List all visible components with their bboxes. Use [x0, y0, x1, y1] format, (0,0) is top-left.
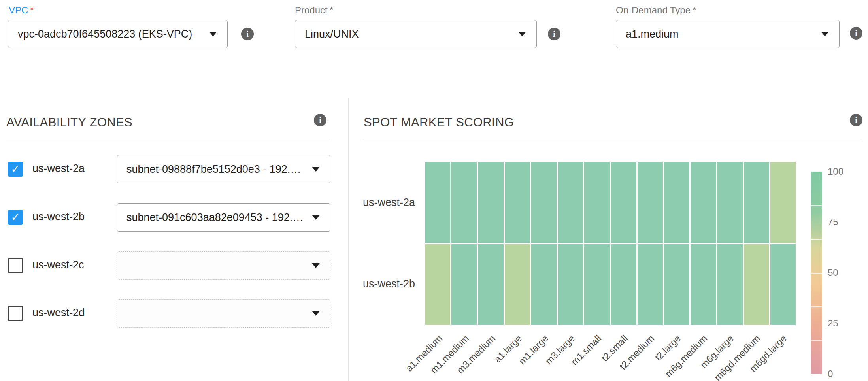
vpc-select-value: vpc-0adcb70f645508223 (EKS-VPC): [18, 28, 192, 40]
subnet-select-value: subnet-09888f7be5152d0e3 - 192.168…: [126, 163, 305, 175]
availability-zones-info-icon[interactable]: i: [314, 114, 326, 126]
heatmap-cell: [478, 244, 503, 325]
on-demand-type-label-text: On-Demand Type: [616, 5, 691, 15]
colorbar-tick-label: 0: [828, 368, 859, 379]
vertical-divider: [348, 98, 349, 381]
heatmap-cell: [770, 162, 796, 243]
chevron-down-icon: [312, 311, 320, 316]
on-demand-type-info-icon[interactable]: i: [850, 27, 862, 40]
heatmap-cell: [558, 244, 583, 325]
subnet-select-us-west-2d[interactable]: [117, 299, 330, 328]
heatmap-cell: [664, 244, 689, 325]
on-demand-type-field-label: On-Demand Type*: [616, 5, 696, 16]
colorbar-tick-label: 25: [828, 318, 859, 329]
spot-market-scoring-title: SPOT MARKET SCORING: [364, 115, 514, 130]
az-checkbox-us-west-2b[interactable]: ✓: [8, 210, 23, 225]
product-select-value: Linux/UNIX: [305, 28, 359, 40]
colorbar-tick-label: 100: [828, 166, 859, 177]
required-asterisk: *: [693, 5, 696, 15]
heatmap-cell: [770, 244, 796, 325]
az-checkbox-us-west-2d[interactable]: [8, 306, 23, 321]
availability-zones-title: AVAILABILITY ZONES: [6, 115, 132, 130]
chevron-down-icon: [821, 32, 829, 36]
product-info-icon[interactable]: i: [548, 28, 560, 40]
heatmap-cell: [691, 162, 716, 243]
az-row-us-west-2d: us-west-2d: [0, 299, 330, 328]
heatmap-cell: [584, 244, 609, 325]
heatmap-cell: [611, 244, 636, 325]
product-field-label: Product*: [295, 5, 333, 16]
vpc-info-icon[interactable]: i: [241, 28, 254, 40]
chevron-down-icon: [209, 32, 217, 36]
vpc-field-label: VPC*: [9, 5, 34, 16]
heatmap-cell: [744, 162, 769, 243]
on-demand-type-select-value: a1.medium: [626, 28, 679, 40]
vpc-select[interactable]: vpc-0adcb70f645508223 (EKS-VPC): [8, 20, 228, 48]
heatmap-cell: [531, 162, 557, 243]
az-zone-label: us-west-2a: [32, 162, 85, 175]
heatmap-cell: [717, 162, 742, 243]
heatmap-cell: [744, 244, 769, 325]
chevron-down-icon: [518, 32, 526, 36]
az-zone-label: us-west-2d: [32, 307, 85, 319]
heatmap-cell: [505, 162, 530, 243]
spot-market-scoring-info-icon[interactable]: i: [850, 114, 862, 126]
heatmap-cell: [478, 162, 503, 243]
chevron-down-icon: [312, 167, 320, 172]
required-asterisk: *: [30, 5, 34, 15]
heatmap-cell: [425, 162, 450, 243]
colorbar-tick-gap: [811, 273, 822, 274]
subnet-select-us-west-2b[interactable]: subnet-091c603aa82e09453 - 192.168…: [117, 203, 330, 232]
vpc-label-text: VPC: [9, 5, 28, 15]
heatmap-cell: [717, 244, 742, 325]
spot-market-scoring-divider: [363, 140, 862, 140]
required-asterisk: *: [330, 5, 333, 15]
heatmap-cell: [638, 244, 663, 325]
heatmap-cell: [505, 244, 530, 325]
subnet-select-value: subnet-091c603aa82e09453 - 192.168…: [126, 211, 305, 224]
heatmap-cell: [425, 244, 450, 325]
heatmap-cell: [638, 162, 663, 243]
colorbar-tick-gap: [811, 239, 822, 240]
colorbar-tick-label: 75: [828, 217, 859, 228]
product-label-text: Product: [295, 5, 328, 15]
heatmap-cell: [611, 162, 636, 243]
chevron-down-icon: [312, 215, 320, 220]
heatmap-cell: [664, 162, 689, 243]
az-row-us-west-2c: us-west-2c: [0, 251, 330, 280]
chevron-down-icon: [312, 263, 320, 268]
product-select[interactable]: Linux/UNIX: [295, 20, 537, 48]
az-row-us-west-2a: ✓ us-west-2a subnet-09888f7be5152d0e3 - …: [0, 155, 330, 183]
heatmap-row-label: us-west-2a: [347, 196, 415, 209]
on-demand-type-select[interactable]: a1.medium: [616, 20, 840, 48]
colorbar-tick-gap: [811, 205, 822, 206]
az-checkbox-us-west-2c[interactable]: [8, 258, 23, 273]
subnet-select-us-west-2c[interactable]: [117, 251, 330, 280]
az-zone-label: us-west-2b: [32, 211, 85, 223]
heatmap-cell: [451, 244, 477, 325]
heatmap-grid: [425, 162, 796, 325]
az-zone-label: us-west-2c: [32, 259, 84, 271]
heatmap-cell: [558, 162, 583, 243]
availability-zones-divider: [6, 140, 330, 140]
heatmap-row-label: us-west-2b: [347, 278, 415, 290]
colorbar-tick-label: 50: [828, 267, 859, 278]
az-checkbox-us-west-2a[interactable]: ✓: [8, 162, 23, 177]
colorbar-tick-gap: [811, 340, 822, 341]
az-row-us-west-2b: ✓ us-west-2b subnet-091c603aa82e09453 - …: [0, 203, 330, 232]
subnet-select-us-west-2a[interactable]: subnet-09888f7be5152d0e3 - 192.168…: [117, 155, 330, 183]
heatmap-cell: [691, 244, 716, 325]
colorbar-tick-gap: [811, 306, 822, 307]
heatmap-cell: [531, 244, 557, 325]
heatmap-cell: [584, 162, 609, 243]
heatmap-colorbar: [811, 172, 822, 374]
heatmap-cell: [451, 162, 477, 243]
